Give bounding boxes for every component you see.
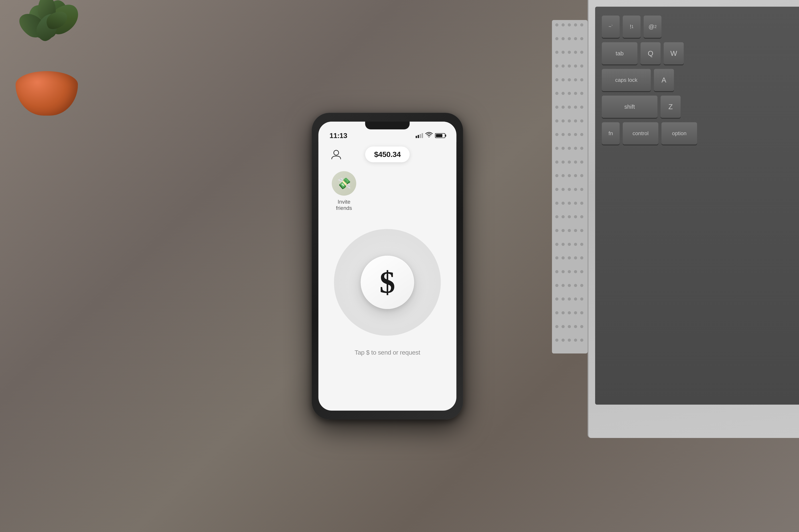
speaker-dot [555, 339, 558, 342]
speaker-dot [562, 78, 565, 81]
speaker-dot [568, 243, 571, 246]
speaker-dot [555, 215, 558, 218]
speaker-dot [555, 188, 558, 191]
speaker-dot [580, 339, 583, 342]
phone: 11:13 [312, 113, 463, 419]
speaker-dot [555, 64, 558, 68]
speaker-dot [580, 133, 583, 136]
speaker-dot [568, 311, 571, 315]
key-control[interactable]: control [623, 122, 658, 145]
plant-leaves [13, 0, 80, 58]
speaker-dot [568, 37, 571, 40]
invite-avatar: 💸 [332, 171, 356, 196]
key-W[interactable]: W [664, 42, 684, 64]
key-shift[interactable]: shift [602, 96, 657, 118]
speaker-dot [562, 160, 565, 164]
speaker-dot [568, 215, 571, 218]
speaker-dot [574, 147, 577, 150]
speaker-dot [580, 51, 583, 54]
speaker-dot [574, 37, 577, 40]
speaker-dot [555, 325, 558, 328]
speaker-dot [574, 188, 577, 191]
key-exclaim[interactable]: ! 1 [623, 16, 640, 38]
speaker-dot [568, 325, 571, 328]
speaker-dot [580, 202, 583, 205]
key-at[interactable]: @ 2 [644, 16, 661, 38]
key-option[interactable]: option [661, 122, 697, 145]
speaker-dot [574, 243, 577, 246]
dollar-symbol: $ [380, 267, 395, 298]
speaker-dot [580, 23, 583, 26]
key-tab[interactable]: tab [602, 42, 637, 64]
key-A[interactable]: A [654, 69, 674, 91]
key-Q[interactable]: Q [640, 42, 660, 64]
speaker-dot [562, 229, 565, 232]
speaker-dot [555, 133, 558, 136]
keyboard-row-3: caps lock A [602, 69, 797, 91]
speaker-dot [574, 133, 577, 136]
speaker-dot [568, 284, 571, 287]
key-fn[interactable]: fn [602, 122, 620, 145]
speaker-dot [580, 78, 583, 81]
speaker-dot [555, 243, 558, 246]
status-time: 11:13 [330, 132, 347, 140]
plant-decoration [0, 0, 111, 111]
speaker-dot [574, 256, 577, 260]
speaker-dot [562, 119, 565, 122]
speaker-dot [562, 243, 565, 246]
speaker-dot [574, 311, 577, 315]
speaker-dot [574, 51, 577, 54]
speaker-dot [574, 270, 577, 273]
speaker-dot [562, 311, 565, 315]
speaker-dot [555, 106, 558, 109]
speaker-dot [574, 298, 577, 301]
circle-background: $ [334, 229, 441, 336]
main-cta-area: $ Tap $ to send or request [319, 229, 456, 356]
speaker-dot [562, 106, 565, 109]
phone-notch [365, 121, 410, 129]
speaker-dot [555, 119, 558, 122]
keyboard-row-5: fn control option [602, 122, 797, 145]
dollar-button[interactable]: $ [361, 256, 414, 309]
speaker-dot [568, 106, 571, 109]
speaker-dot [555, 270, 558, 273]
speaker-dot [555, 51, 558, 54]
phone-screen: 11:13 [319, 121, 456, 411]
speaker-dot [574, 160, 577, 164]
speaker-dot [580, 106, 583, 109]
key-Z[interactable]: Z [660, 96, 680, 118]
speaker-dot [568, 339, 571, 342]
speaker-dot [580, 298, 583, 301]
speaker-dot [568, 256, 571, 260]
profile-button[interactable] [330, 148, 343, 161]
speaker-dot [580, 270, 583, 273]
speaker-dot [568, 229, 571, 232]
speaker-dot [580, 119, 583, 122]
speaker-dot [562, 64, 565, 68]
speaker-dot [562, 202, 565, 205]
key-tilde[interactable]: ~ ` [602, 16, 620, 38]
speaker-dot [568, 174, 571, 177]
speaker-dot [568, 23, 571, 26]
speaker-dot [580, 188, 583, 191]
keyboard-row-4: shift Z [602, 96, 797, 118]
invite-label: Invite friends [330, 199, 359, 211]
key-capslock[interactable]: caps lock [602, 69, 651, 91]
speaker-dot [562, 298, 565, 301]
speaker-dot [555, 147, 558, 150]
speaker-dot [568, 92, 571, 95]
speaker-dot [568, 64, 571, 68]
speaker-dot [580, 284, 583, 287]
svg-point-0 [334, 150, 339, 155]
app-header: $450.34 [319, 142, 456, 167]
speaker-dot [580, 243, 583, 246]
speaker-dot [562, 284, 565, 287]
invite-friends-item[interactable]: 💸 Invite friends [330, 171, 359, 211]
speaker-dot [562, 174, 565, 177]
speaker-dot [574, 78, 577, 81]
battery-fill [436, 134, 442, 137]
tap-hint-text: Tap $ to send or request [355, 349, 420, 356]
speaker-dot [555, 160, 558, 164]
status-icons [416, 132, 446, 139]
speaker-dot [562, 256, 565, 260]
